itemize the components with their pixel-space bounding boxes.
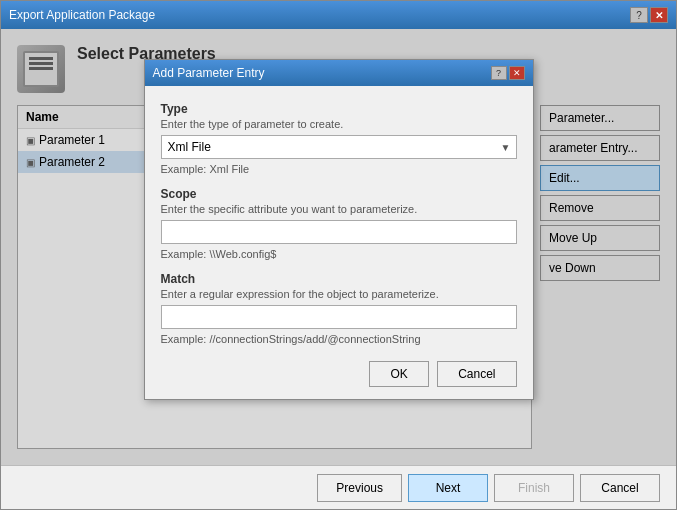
next-button[interactable]: Next [408, 474, 488, 502]
dialog-titlebar-buttons: ? ✕ [491, 66, 525, 80]
type-select-wrapper: Xml File Xml Attribute Text [161, 135, 517, 159]
bottom-navigation: Previous Next Finish Cancel [1, 465, 676, 509]
scope-input[interactable] [161, 220, 517, 244]
scope-label: Scope [161, 187, 517, 201]
main-titlebar-buttons: ? ✕ [630, 7, 668, 23]
modal-overlay: Add Parameter Entry ? ✕ Type Enter the t… [1, 29, 676, 465]
finish-button[interactable]: Finish [494, 474, 574, 502]
previous-button[interactable]: Previous [317, 474, 402, 502]
scope-section: Scope Enter the specific attribute you w… [161, 187, 517, 260]
match-example: Example: //connectionStrings/add/@connec… [161, 333, 517, 345]
dialog-cancel-button[interactable]: Cancel [437, 361, 516, 387]
scope-description: Enter the specific attribute you want to… [161, 203, 517, 215]
add-parameter-dialog: Add Parameter Entry ? ✕ Type Enter the t… [144, 59, 534, 400]
main-window: Export Application Package ? ✕ Select Pa… [0, 0, 677, 510]
scope-example: Example: \\Web.config$ [161, 248, 517, 260]
main-help-button[interactable]: ? [630, 7, 648, 23]
type-label: Type [161, 102, 517, 116]
main-content: Select Parameters Name ▣ Parameter 1 ▣ P… [1, 29, 676, 465]
type-description: Enter the type of parameter to create. [161, 118, 517, 130]
main-titlebar: Export Application Package ? ✕ [1, 1, 676, 29]
dialog-title: Add Parameter Entry [153, 66, 265, 80]
type-example: Example: Xml File [161, 163, 517, 175]
dialog-body: Type Enter the type of parameter to crea… [145, 86, 533, 361]
type-select[interactable]: Xml File Xml Attribute Text [161, 135, 517, 159]
match-input[interactable] [161, 305, 517, 329]
main-window-title: Export Application Package [9, 8, 155, 22]
dialog-ok-button[interactable]: OK [369, 361, 429, 387]
dialog-titlebar: Add Parameter Entry ? ✕ [145, 60, 533, 86]
match-section: Match Enter a regular expression for the… [161, 272, 517, 345]
dialog-footer: OK Cancel [145, 361, 533, 399]
cancel-button[interactable]: Cancel [580, 474, 660, 502]
match-description: Enter a regular expression for the objec… [161, 288, 517, 300]
match-label: Match [161, 272, 517, 286]
dialog-help-button[interactable]: ? [491, 66, 507, 80]
dialog-close-button[interactable]: ✕ [509, 66, 525, 80]
main-close-button[interactable]: ✕ [650, 7, 668, 23]
type-section: Type Enter the type of parameter to crea… [161, 102, 517, 175]
